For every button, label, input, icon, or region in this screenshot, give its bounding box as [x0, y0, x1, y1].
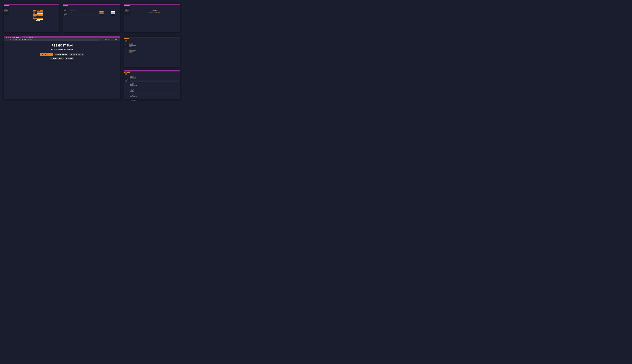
sitem-0[interactable]: Pagina principal: [4, 6, 9, 7]
sitem-2[interactable]: Explorador de Archivos: [4, 8, 9, 9]
close-icon[interactable]: [179, 4, 180, 4]
sitem-6[interactable]: Configuracion: [124, 12, 130, 13]
inp-pw[interactable]: password: [37, 12, 43, 12]
download-button[interactable]: Descargar archivo: [100, 11, 104, 12]
sitem-4[interactable]: Buscar Nuevo Firmware: [4, 10, 9, 11]
chk-ap[interactable]: [37, 14, 43, 14]
sitem-0[interactable]: Pagina principal: [124, 39, 129, 40]
sitem-5[interactable]: Actualizar Firmware: [124, 11, 130, 12]
link[interactable]: Repositorio general GXDEV: [129, 51, 134, 52]
max-icon[interactable]: [119, 4, 119, 4]
back-icon[interactable]: [4, 5, 5, 5]
chk-wifi[interactable]: [37, 18, 43, 18]
sitem-6[interactable]: Configuracion: [124, 78, 130, 79]
sitem-2[interactable]: Explorador de Archivos: [124, 75, 130, 76]
sitem-1[interactable]: Info. ESP32-S2: [124, 40, 129, 41]
back-icon[interactable]: [125, 5, 125, 5]
inp-ssid[interactable]: PS4HOST-AP: [37, 11, 43, 12]
sitem-7[interactable]: Borrar memoria SD: [63, 13, 68, 14]
inp-port[interactable]: 80: [37, 15, 43, 15]
sitem-1[interactable]: Info. ESP32-S2: [4, 7, 9, 8]
sitem-9[interactable]: Info. XDEV: [4, 14, 9, 15]
btn-disable-updates[interactable]: 2- Disable Updates: [54, 53, 68, 56]
btn-webrte[interactable]: 5- WebRTE: [64, 57, 74, 60]
sitem-4[interactable]: Buscar Nuevo Firmware: [124, 76, 130, 78]
sitem-3[interactable]: Subir Archivos: [4, 9, 9, 10]
inp-whost[interactable]: ps4.local: [37, 17, 43, 18]
max-icon[interactable]: [58, 4, 58, 4]
back-icon[interactable]: [64, 5, 64, 5]
reload-icon[interactable]: [126, 38, 126, 38]
maximize-icon[interactable]: □: [118, 37, 119, 38]
sitem-8[interactable]: Reiniciar ESP32-S2: [124, 14, 130, 14]
sitem-5[interactable]: Actualizar Firmware: [4, 11, 9, 12]
delete-button[interactable]: Borrar archivo: [111, 15, 115, 16]
close-icon[interactable]: [120, 4, 120, 4]
delete-button[interactable]: Borrar archivo: [111, 11, 115, 12]
sitem-6[interactable]: Configuracion: [124, 46, 129, 46]
url[interactable]: ps4.local/admin.html: [127, 38, 130, 38]
download-button[interactable]: Descargar archivo: [100, 15, 104, 16]
sitem-3[interactable]: Subir Archivos: [63, 9, 68, 10]
link[interactable]: XDEV Debug Tool: [129, 52, 132, 53]
reload-icon[interactable]: [65, 5, 65, 5]
min-icon[interactable]: [57, 4, 57, 4]
delete-button[interactable]: Borrar archivo: [111, 14, 115, 14]
sitem-7[interactable]: Borrar memoria SD: [4, 13, 9, 14]
inp-mask[interactable]: 255.255.255.0: [37, 12, 43, 13]
fwd-icon[interactable]: [126, 5, 126, 5]
close-icon[interactable]: [179, 71, 180, 71]
inp-wpw[interactable]: [37, 16, 43, 17]
sitem-6[interactable]: Configuracion: [63, 12, 68, 13]
fwd-icon[interactable]: [126, 72, 126, 72]
reload-icon[interactable]: [126, 5, 126, 5]
sitem-7[interactable]: Borrar memoria SD: [124, 13, 130, 14]
sitem-8[interactable]: Reiniciar ESP32-S2: [63, 14, 68, 15]
btn-goldhen[interactable]: 1- GoldHen 2.1.2: [40, 53, 53, 56]
sitem-1[interactable]: Info. ESP32-S2: [124, 74, 130, 75]
link[interactable]: ESP32-S2 Mini v1.0.0 WEMOS.CC: [129, 47, 135, 48]
sitem-5[interactable]: Actualizar Firmware: [124, 45, 129, 46]
minimize-icon[interactable]: −: [116, 37, 118, 38]
fav-icon[interactable]: ☆: [110, 39, 112, 40]
fwd-icon[interactable]: →: [7, 39, 8, 40]
reload-icon[interactable]: [6, 5, 6, 5]
back-icon[interactable]: ←: [5, 39, 6, 40]
sitem-3[interactable]: Subir Archivos: [124, 42, 129, 43]
sitem-2[interactable]: Explorador de Archivos: [124, 8, 130, 9]
sitem-4[interactable]: Buscar Nuevo Firmware: [124, 10, 130, 11]
inp-wait[interactable]: 10000: [37, 19, 43, 20]
delete-button[interactable]: Borrar archivo: [111, 12, 115, 12]
sitem-4[interactable]: Buscar Nuevo Firmware: [124, 43, 129, 45]
sitem-0[interactable]: Pagina principal: [124, 73, 130, 74]
min-icon[interactable]: [118, 4, 118, 4]
ext-icon[interactable]: [105, 39, 106, 40]
sitem-8[interactable]: Reiniciar ESP32-S2: [124, 80, 130, 81]
btn-save-config[interactable]: Guardar configuracion: [36, 20, 40, 21]
min-icon[interactable]: [178, 71, 178, 71]
url[interactable]: ps4.local/admin.html: [127, 72, 130, 72]
sitem-8[interactable]: Reiniciar ESP32-S2: [4, 14, 9, 14]
min-icon[interactable]: [178, 4, 178, 4]
sitem-5[interactable]: Actualizar Firmware: [63, 12, 68, 12]
sitem-3[interactable]: Subir Archivos: [124, 9, 130, 10]
sitem-9[interactable]: Info. XDEV: [124, 81, 130, 82]
close-icon[interactable]: ×: [119, 37, 120, 38]
sitem-4[interactable]: Buscar Nuevo Firmware: [63, 10, 68, 12]
star-icon[interactable]: ☆: [102, 39, 104, 40]
close-tab-icon[interactable]: ×: [20, 37, 21, 38]
download-button[interactable]: Descargar archivo: [100, 13, 104, 14]
inp-wssid[interactable]: [37, 16, 43, 16]
close-icon[interactable]: [58, 4, 59, 4]
url[interactable]: ps4.local/admin.html: [127, 5, 130, 5]
back-icon[interactable]: [125, 38, 125, 38]
btn-orbis-toolbox[interactable]: 3- Orbis Toolbox 1.0: [69, 53, 84, 56]
sitem-9[interactable]: Info. XDEV: [124, 14, 130, 15]
close-tab-icon[interactable]: ×: [36, 37, 36, 38]
tab-host[interactable]: PS4 HOST XDEV×: [22, 36, 37, 38]
download-button[interactable]: Descargar archivo: [100, 14, 104, 14]
sitem-1[interactable]: Info. ESP32-S2: [63, 7, 68, 8]
sitem-2[interactable]: Explorador de Archivos: [124, 41, 129, 42]
sync-icon[interactable]: ⟳: [108, 39, 109, 40]
fwd-icon[interactable]: [5, 5, 5, 5]
